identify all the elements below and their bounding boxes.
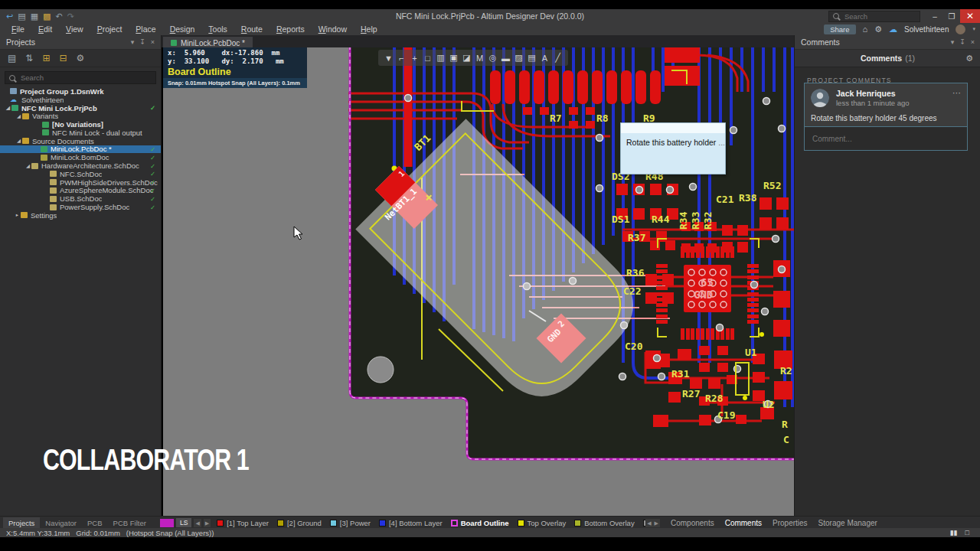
maximize-button[interactable]: ❐ [943,9,960,23]
tree-item-nfc-schdoc[interactable]: NFC.SchDoc✓ [0,170,161,178]
scroll-left-icon[interactable]: ◀ [194,519,201,527]
close-button[interactable]: ✕ [960,9,980,23]
layer-tab-4-bottom-layer[interactable]: [4] Bottom Layer [379,519,443,527]
filter-icon[interactable]: ▼ [384,54,394,63]
tree-item-nfc-mini-lock-prjpcb[interactable]: ◢NFC Mini Lock.PrjPcb✓ [0,104,161,112]
undo-icon[interactable]: ↶ [55,9,62,23]
slice-icon[interactable]: ◪ [462,53,472,63]
gear-icon[interactable]: ⚙ [874,23,882,35]
tree-item-minilock-pcbdoc[interactable]: MiniLock.PcbDoc *✓ [0,145,161,154]
layer-tab-board-outline[interactable]: Board Outline [451,519,509,527]
menu-help[interactable]: Help [354,23,384,35]
pin-icon[interactable]: ↧ [139,38,145,46]
comment-input-row[interactable] [805,126,967,150]
tree-item-no-variations[interactable]: [No Variations] [0,120,161,129]
folder-icon[interactable]: ▩ [43,9,51,23]
tree-item-project-group-1-dsnwrk[interactable]: Project Group 1.DsnWrk [0,87,161,96]
global-search[interactable] [828,11,920,22]
settings-icon[interactable]: ⚙ [77,53,85,64]
select-rect-icon[interactable]: □ [423,54,433,63]
account-name[interactable]: Solvethirteen [904,25,949,34]
workspace-icon[interactable]: ▤ [8,53,16,64]
open-document-icon[interactable]: ▦ [31,9,38,23]
menu-edit[interactable]: Edit [31,23,59,35]
menu-route[interactable]: Route [234,23,270,35]
dock-tab-storage-manager[interactable]: Storage Manager [818,519,877,527]
redo-icon[interactable]: ↷ [67,9,74,23]
text-icon[interactable]: A [540,54,550,63]
dock-tab-comments[interactable]: Comments [725,519,762,527]
tree-item-source-documents[interactable]: ◢Source Documents [0,137,161,145]
share-button[interactable]: Share [824,24,855,34]
move-icon[interactable]: + [410,54,420,63]
tree-item-settings[interactable]: ▸Settings [0,211,161,220]
comment-input[interactable] [811,134,961,144]
home-icon[interactable]: ⌂ [863,23,868,35]
fill-icon[interactable]: ▨ [514,53,524,63]
layer-tab-2-ground[interactable]: [2] Ground [277,519,322,527]
minimize-button[interactable]: – [926,9,943,23]
add-project-icon[interactable]: ⊟ [59,53,67,64]
menu-design[interactable]: Design [163,23,202,35]
panel-close-icon[interactable]: × [971,38,975,46]
dock-tab-properties[interactable]: Properties [773,519,808,527]
open-folder-icon[interactable]: ⊞ [42,53,50,64]
pcb-editor-canvas[interactable]: R7R8R9DS2R48R34R33R32C21R38R52DS1R44R37R… [163,47,794,516]
dock-tab-components[interactable]: Components [671,519,714,527]
projects-search[interactable] [5,71,156,84]
tree-item-nfc-mini-lock-dual-output[interactable]: NFC Mini Lock - dual output [0,129,161,137]
tree-expand-icon[interactable]: ▸ [14,212,21,218]
pin-icon[interactable]: ↧ [959,38,965,46]
layer-tab-top-overlay[interactable]: Top Overlay [518,519,567,527]
open-project-icon[interactable]: ↩ [6,9,13,23]
tree-item-azurespheremodule-schdoc[interactable]: AzureSphereModule.SchDoc✓ [0,187,161,195]
menu-window[interactable]: Window [312,23,354,35]
sync-icon[interactable]: ⇅ [25,53,33,64]
dock-tab-pcb[interactable]: PCB [82,517,108,529]
projects-search-input[interactable] [19,73,152,83]
polygon-icon[interactable]: ▣ [449,53,459,63]
tree-expand-icon[interactable]: ◢ [24,163,31,169]
pad-icon[interactable]: ▬ [501,54,511,63]
layer-tab-3-power[interactable]: [3] Power [330,519,371,527]
scroll-left-icon[interactable]: ◀ [645,519,652,527]
line-icon[interactable]: ╱ [553,53,563,63]
panel-close-icon[interactable]: × [151,38,155,46]
menu-view[interactable]: View [59,23,90,35]
layer-sets-button[interactable]: LS [176,518,191,527]
menu-reports[interactable]: Reports [270,23,312,35]
tree-item-variants[interactable]: ◢Variants [0,112,161,120]
scroll-right-icon[interactable]: ▶ [653,519,660,527]
tree-expand-icon[interactable]: ◢ [15,138,22,144]
global-search-input[interactable] [843,11,916,21]
layer-tab-1-top-layer[interactable]: [1] Top Layer [217,519,269,527]
dimension-icon[interactable]: M [475,54,485,63]
dock-tab-pcb-filter[interactable]: PCB Filter [108,517,152,529]
lasso-select-icon[interactable]: ⌐ [397,54,407,63]
dock-tab-projects[interactable]: Projects [3,517,40,529]
comments-settings-icon[interactable]: ⚙ [965,54,973,64]
panel-dropdown-icon[interactable]: ▾ [131,38,135,46]
scroll-right-icon[interactable]: ▶ [204,519,211,527]
tree-item-solvethirteen[interactable]: ☁Solvethirteen [0,96,161,104]
menu-project[interactable]: Project [90,23,129,35]
tree-item-powersupply-schdoc[interactable]: PowerSupply.SchDoc✓ [0,203,161,211]
board-insight-icon[interactable]: ▤ [527,53,537,63]
user-avatar[interactable] [956,24,965,34]
screen-icon[interactable]: □ [965,529,969,536]
comments-tab[interactable]: Comments [861,54,902,63]
comment-card[interactable]: Jack Henriques less than 1 minute ago ⋯ … [804,83,968,151]
tree-expand-icon[interactable]: ◢ [5,105,11,111]
tree-item-minilock-bomdoc[interactable]: MiniLock.BomDoc✓ [0,153,161,161]
menu-file[interactable]: File [5,23,31,35]
tree-item-hardwarearchitecture-schdoc[interactable]: ◢HardwareArchitecture.SchDoc✓ [0,161,161,170]
menu-place[interactable]: Place [129,23,162,35]
columns-icon[interactable]: ▥ [436,53,446,63]
comment-balloon[interactable]: Rotate this battery holder ... [620,122,726,174]
pause-icon[interactable]: ▮▮ [950,529,958,536]
tree-item-pwmhighsidedrivers-schdoc[interactable]: PWMHighSideDrivers.SchDoc✓ [0,178,161,187]
layer-tab-bottom-overlay[interactable]: Bottom Overlay [574,519,634,527]
tree-expand-icon[interactable]: ◢ [15,113,22,119]
save-icon[interactable]: ▤ [18,9,25,23]
via-icon[interactable]: ◎ [488,53,498,63]
